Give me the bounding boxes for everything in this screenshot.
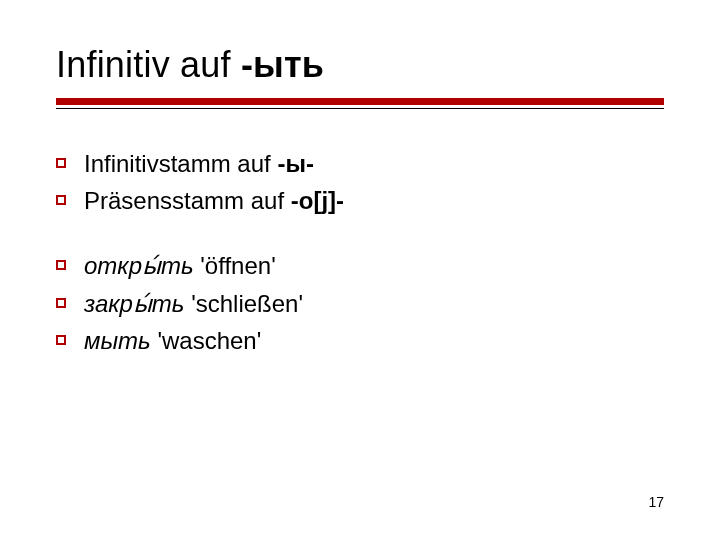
text-bold: -ы- — [277, 150, 313, 177]
bullet-text: откры́ть 'öffnen' — [84, 247, 664, 284]
bullet-square-icon — [56, 260, 66, 270]
title-bold: -ыть — [241, 44, 324, 85]
title-prefix: Infinitiv auf — [56, 44, 241, 85]
bullet-text: мыть 'waschen' — [84, 322, 664, 359]
bullet-square-icon — [56, 158, 66, 168]
list-item: откры́ть 'öffnen' — [56, 247, 664, 284]
bullet-text: Infinitivstamm auf -ы- — [84, 145, 664, 182]
text-gloss: 'schließen' — [184, 290, 303, 317]
bullet-square-icon — [56, 335, 66, 345]
bullet-text: закры́ть 'schließen' — [84, 285, 664, 322]
list-item: мыть 'waschen' — [56, 322, 664, 359]
page-number: 17 — [648, 494, 664, 510]
bullet-square-icon — [56, 298, 66, 308]
red-rule — [56, 98, 664, 105]
bullet-text: Präsensstamm auf -o[j]- — [84, 182, 664, 219]
text-italic: откры́ть — [84, 252, 194, 279]
slide: Infinitiv auf -ыть Infinitivstamm auf -ы… — [0, 0, 720, 540]
title-underline — [56, 98, 664, 109]
list-item: Infinitivstamm auf -ы- — [56, 145, 664, 182]
list-item: закры́ть 'schließen' — [56, 285, 664, 322]
text-italic: мыть — [84, 327, 151, 354]
text-plain: Infinitivstamm auf — [84, 150, 277, 177]
bullet-square-icon — [56, 195, 66, 205]
text-italic: закры́ть — [84, 290, 184, 317]
list-item: Präsensstamm auf -o[j]- — [56, 182, 664, 219]
text-gloss: 'waschen' — [151, 327, 262, 354]
thin-rule — [56, 108, 664, 109]
text-gloss: 'öffnen' — [194, 252, 276, 279]
bullet-group-2: откры́ть 'öffnen' закры́ть 'schließen' м… — [56, 247, 664, 359]
text-bold: -o[j]- — [291, 187, 344, 214]
bullet-group-1: Infinitivstamm auf -ы- Präsensstamm auf … — [56, 145, 664, 219]
text-plain: Präsensstamm auf — [84, 187, 291, 214]
slide-title: Infinitiv auf -ыть — [56, 44, 664, 86]
